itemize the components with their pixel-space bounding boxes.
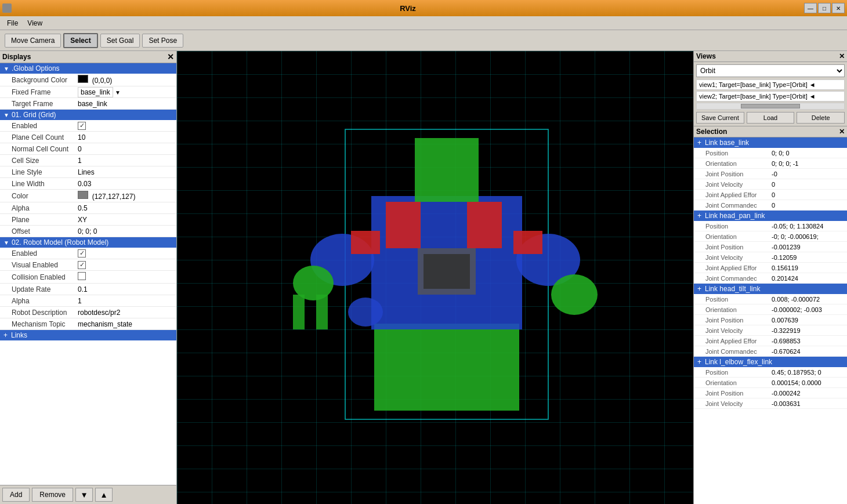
global-options-toggle: ▼ (3, 66, 9, 72)
alpha-label: Alpha (0, 203, 75, 213)
move-up-button[interactable]: ▲ (95, 488, 113, 502)
head-tilt-orientation-row: Orientation -0.000002; -0.003 (694, 304, 847, 315)
global-options-label: .Global Options (12, 64, 60, 72)
set-pose-button[interactable]: Set Pose (142, 34, 183, 48)
displays-close-button[interactable]: ✕ (167, 52, 174, 61)
color-swatch (78, 191, 88, 199)
svg-rect-13 (316, 295, 328, 329)
base-joint-commanded-label: Joint Commandec (694, 201, 769, 209)
head-tilt-label: Link head_tilt_link (705, 285, 760, 293)
elbow-orientation-value: 0.000154; 0.0000 (769, 379, 847, 387)
rm-alpha-label: Alpha (0, 296, 75, 306)
enabled-row: Enabled (0, 120, 176, 132)
enabled-checkbox[interactable] (78, 122, 86, 130)
head-tilt-position-row: Position 0.008; -0.000072 (694, 294, 847, 304)
head-tilt-joint-applied-row: Joint Applied Effor -0.698853 (694, 336, 847, 346)
move-camera-button[interactable]: Move Camera (5, 34, 61, 48)
views-scrollbar-thumb[interactable] (741, 104, 800, 108)
main-layout: Displays ✕ ▼ .Global Options Background … (0, 51, 847, 504)
collision-enabled-checkbox[interactable] (78, 272, 86, 280)
enabled-value[interactable] (75, 120, 176, 131)
base-joint-position-label: Joint Position (694, 170, 769, 178)
base-link-expand-icon: + (697, 139, 701, 147)
enabled-label: Enabled (0, 121, 75, 131)
base-orientation-label: Orientation (694, 159, 769, 168)
svg-rect-11 (513, 231, 542, 254)
links-label: Links (11, 331, 27, 339)
update-rate-value: 0.1 (75, 284, 176, 295)
head-pan-joint-commanded-row: Joint Commandec 0.201424 (694, 273, 847, 284)
move-down-button[interactable]: ▼ (75, 488, 93, 502)
offset-value: 0; 0; 0 (75, 226, 176, 237)
views-close-button[interactable]: ✕ (839, 52, 845, 60)
elbow-orientation-label: Orientation (694, 379, 769, 387)
elbow-orientation-row: Orientation 0.000154; 0.0000 (694, 378, 847, 388)
fixed-frame-dropdown[interactable]: ▼ (115, 89, 121, 96)
base-orientation-row: Orientation 0; 0; 0; -1 (694, 158, 847, 169)
visual-enabled-checkbox[interactable] (78, 261, 86, 269)
view-menu[interactable]: View (23, 18, 47, 28)
view-entry-2[interactable]: view2; Target=[base_link] Type=[Orbit] ◄ (696, 91, 845, 101)
selection-title: Selection (696, 128, 727, 136)
link-head-pan-header[interactable]: + Link head_pan_link (694, 211, 847, 221)
displays-title: Displays (2, 53, 31, 61)
remove-button[interactable]: Remove (32, 488, 73, 502)
add-button[interactable]: Add (2, 488, 30, 502)
maximize-button[interactable]: □ (818, 3, 831, 13)
grid-header[interactable]: ▼ 01. Grid (Grid) (0, 110, 176, 120)
base-link-label: Link base_link (705, 139, 749, 147)
base-position-row: Position 0; 0; 0 (694, 148, 847, 158)
head-pan-position-label: Position (694, 222, 769, 230)
background-color-swatch (78, 75, 88, 83)
base-joint-commanded-value: 0 (769, 201, 847, 209)
link-base-link-header[interactable]: + Link base_link (694, 137, 847, 148)
global-options-header[interactable]: ▼ .Global Options (0, 63, 176, 74)
links-header[interactable]: + Links (0, 330, 176, 340)
link-elbow-flex-header[interactable]: + Link l_elbow_flex_link (694, 357, 847, 367)
file-menu[interactable]: File (2, 18, 23, 28)
titlebar-buttons: — □ ✕ (804, 3, 845, 13)
head-pan-joint-velocity-label: Joint Velocity (694, 253, 769, 262)
right-panel: Views ✕ Orbit view1; Target=[base_link] … (693, 51, 847, 504)
rm-enabled-value[interactable] (75, 248, 176, 259)
elbow-joint-velocity-value: -0.003631 (769, 400, 847, 408)
save-current-button[interactable]: Save Current (696, 112, 744, 124)
visual-enabled-value[interactable] (75, 259, 176, 270)
head-pan-expand-icon: + (697, 212, 701, 220)
minimize-button[interactable]: — (804, 3, 817, 13)
color-value[interactable]: (127,127,127) (75, 190, 176, 202)
elbow-flex-expand-icon: + (697, 358, 701, 366)
cell-size-value: 1 (75, 155, 176, 166)
selection-close-button[interactable]: ✕ (839, 128, 845, 136)
rm-alpha-row: Alpha 1 (0, 295, 176, 307)
delete-button[interactable]: Delete (797, 112, 845, 124)
background-color-value[interactable]: (0,0,0) (75, 74, 176, 86)
head-tilt-joint-position-label: Joint Position (694, 316, 769, 324)
3d-viewport[interactable] (177, 51, 693, 504)
fixed-frame-value[interactable]: base_link ▼ (75, 87, 176, 97)
robot-model-header[interactable]: ▼ 02. Robot Model (Robot Model) (0, 237, 176, 248)
collision-enabled-value[interactable] (75, 271, 176, 283)
close-button[interactable]: ✕ (832, 3, 845, 13)
plane-value: XY (75, 215, 176, 225)
head-tilt-expand-icon: + (697, 285, 701, 293)
views-header: Views ✕ (694, 51, 847, 62)
svg-point-9 (551, 274, 598, 315)
head-tilt-orientation-value: -0.000002; -0.003 (769, 306, 847, 314)
views-scrollbar[interactable] (696, 103, 845, 110)
link-head-tilt-header[interactable]: + Link head_tilt_link (694, 284, 847, 294)
views-type-selector[interactable]: Orbit (696, 64, 845, 77)
select-button[interactable]: Select (63, 33, 97, 48)
fixed-frame-box[interactable]: base_link (78, 87, 113, 97)
color-label: Color (0, 191, 75, 201)
view-entry-1[interactable]: view1; Target=[base_link] Type=[Orbit] ◄ (696, 79, 845, 90)
set-goal-button[interactable]: Set Goal (100, 34, 140, 48)
background-color-row: Background Color (0,0,0) (0, 74, 176, 86)
head-tilt-joint-position-value: 0.007639 (769, 316, 847, 324)
cell-size-label: Cell Size (0, 155, 75, 166)
load-button[interactable]: Load (747, 112, 795, 124)
base-joint-position-value: -0 (769, 170, 847, 178)
alpha-value: 0.5 (75, 203, 176, 213)
rm-enabled-checkbox[interactable] (78, 249, 86, 258)
elbow-joint-position-value: -0.000242 (769, 389, 847, 397)
